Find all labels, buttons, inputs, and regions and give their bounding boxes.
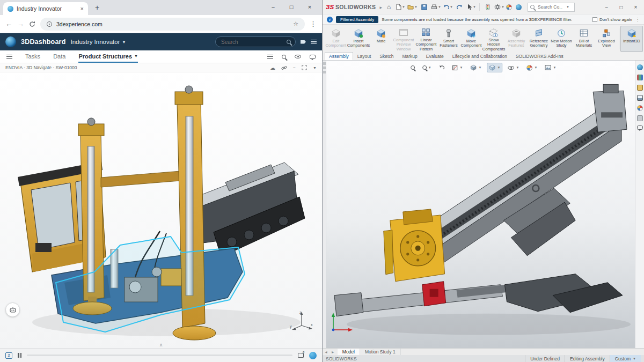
cloud-icon[interactable]: ☁ (270, 65, 275, 71)
view-360-icon[interactable] (295, 55, 301, 58)
sw-3dexperience-icon[interactable] (514, 2, 524, 12)
site-info-icon[interactable] (47, 21, 52, 27)
bill-of-materials-button[interactable]: Bill of Materials (573, 26, 595, 52)
doc-tab-arrows-icon[interactable]: ◄ ► (324, 350, 336, 354)
3ds-compass-logo[interactable] (5, 36, 16, 47)
banner-menu-icon[interactable]: ⋮ (635, 17, 640, 22)
timeline-slider[interactable] (27, 354, 292, 356)
instant3d-button[interactable]: Instant3D (620, 26, 643, 52)
search-icon[interactable] (287, 40, 291, 44)
maximize-icon[interactable]: □ (282, 0, 301, 14)
sw-maximize-icon[interactable]: □ (614, 1, 628, 13)
cm-tab-layout[interactable]: Layout (353, 52, 376, 60)
explode-steps-icon[interactable]: 2 (5, 352, 12, 359)
close-icon[interactable]: × (301, 0, 319, 14)
edit-appearance-icon[interactable]: ▼ (524, 63, 539, 72)
smart-fasteners-button[interactable]: Smart Fasteners (437, 26, 460, 52)
home-icon[interactable]: ⌂ (384, 2, 394, 12)
design-library-icon[interactable] (637, 75, 643, 80)
custom-properties-icon[interactable] (637, 115, 643, 121)
dashboard-search[interactable] (215, 36, 296, 47)
feature-tree-splitter[interactable] (323, 61, 326, 348)
move-component-button[interactable]: Move Component (460, 26, 482, 52)
sw-minimize-icon[interactable]: − (599, 1, 614, 13)
rebuild-icon[interactable] (482, 2, 493, 12)
show-hidden-components-button[interactable]: Show Hidden Components (482, 26, 505, 52)
cm-tab-assembly[interactable]: Assembly (325, 52, 353, 60)
3dplay-icon[interactable] (309, 352, 317, 359)
doc-tab-motion-study[interactable]: Motion Study 1 (360, 349, 401, 355)
tab-tasks[interactable]: Tasks (25, 50, 40, 63)
cm-tab-markup[interactable]: Markup (398, 52, 421, 60)
appearance-icon[interactable] (506, 4, 512, 10)
browser-tab[interactable]: Industry Innovator × (3, 2, 88, 15)
cm-tab-lifecycle[interactable]: Lifecycle and Collaboration (448, 52, 511, 60)
exploded-view-button[interactable]: Exploded View (595, 26, 618, 52)
status-configuration[interactable]: Custom ▼ (610, 355, 641, 362)
insert-components-button[interactable]: Insert Components (347, 26, 370, 52)
filter-list-icon[interactable] (267, 55, 273, 59)
save-icon[interactable] (419, 2, 429, 12)
view-palette-icon[interactable] (637, 95, 643, 101)
tab-close-icon[interactable]: × (80, 5, 84, 12)
cm-tab-addins[interactable]: SOLIDWORKS Add-Ins (511, 52, 568, 60)
dont-show-again[interactable]: Don't show again (592, 17, 632, 22)
back-icon[interactable]: ← (5, 20, 12, 28)
section-view-icon[interactable]: ▼ (450, 63, 465, 72)
maximize-widget-icon[interactable] (302, 65, 307, 70)
3d-viewport[interactable]: z y x ∧ (0, 72, 322, 348)
content-menu-icon[interactable] (6, 55, 12, 59)
collapse-panel-icon[interactable]: ∧ (159, 342, 163, 348)
forum-icon[interactable] (637, 125, 643, 130)
bookmark-star-icon[interactable]: ☆ (293, 20, 298, 27)
new-motion-study-button[interactable]: New Motion Study (550, 26, 573, 52)
mate-button[interactable]: Mate (370, 26, 392, 52)
tab-product-structures[interactable]: Product Structures ▼ (78, 50, 138, 63)
address-field[interactable]: 3dexperience.com ☆ (40, 18, 305, 31)
sw-graphics-area[interactable]: ▼ ▼ ▼ ▼ ▼ ▼ ▼ (323, 61, 644, 348)
cm-tab-evaluate[interactable]: Evaluate (422, 52, 448, 60)
zoom-area-icon[interactable]: ▼ (420, 64, 434, 71)
file-explorer-icon[interactable] (637, 85, 643, 91)
minimize-icon[interactable]: − (264, 0, 282, 14)
redo-icon[interactable] (455, 2, 465, 12)
search-expand-icon[interactable] (282, 55, 286, 59)
select-icon[interactable]: ▼ (466, 2, 477, 12)
sw-search-input[interactable] (537, 4, 564, 10)
new-tab-button[interactable]: + (91, 2, 103, 13)
tag-icon[interactable] (301, 40, 306, 44)
pause-icon[interactable] (18, 353, 21, 358)
display-style-icon[interactable]: ▼ (487, 63, 503, 72)
zoom-fit-icon[interactable] (408, 64, 417, 71)
undo-icon[interactable]: ▼ (443, 2, 453, 12)
options-icon[interactable]: ▼ (494, 2, 504, 12)
chevron-right-icon[interactable]: ▶ (379, 5, 382, 9)
taskpane-3dexperience-icon[interactable] (637, 64, 643, 70)
reload-icon[interactable] (29, 21, 35, 27)
cm-tab-sketch[interactable]: Sketch (375, 52, 398, 60)
scene-icon[interactable]: ▼ (543, 63, 558, 72)
linear-component-pattern-button[interactable]: Linear Component Pattern (415, 26, 437, 52)
print-icon[interactable]: ▼ (431, 2, 441, 12)
sw-search[interactable]: ▼ (528, 3, 575, 12)
assistant-button[interactable] (5, 302, 20, 317)
hide-show-items-icon[interactable]: ▼ (506, 64, 521, 71)
dont-show-checkbox[interactable] (592, 17, 597, 22)
browser-menu-icon[interactable]: ⋮ (310, 20, 317, 28)
open-icon[interactable]: ▼ (407, 2, 418, 12)
sw-close-icon[interactable]: × (628, 1, 643, 13)
collapse-widget-icon[interactable]: ▼ (313, 66, 317, 70)
reference-geometry-button[interactable]: Reference Geometry (528, 26, 550, 52)
view-orientation-icon[interactable]: ▼ (469, 63, 484, 72)
new-doc-icon[interactable]: ▼ (396, 2, 406, 12)
comments-icon[interactable] (310, 55, 316, 59)
previous-view-icon[interactable] (437, 63, 447, 72)
menu-icon[interactable] (311, 40, 317, 44)
appearances-panel-icon[interactable] (637, 105, 643, 111)
tab-data[interactable]: Data (53, 50, 65, 63)
share-icon[interactable] (298, 353, 304, 358)
doc-tab-model[interactable]: Model (338, 349, 360, 355)
minimize-widget-icon[interactable]: − (293, 65, 296, 70)
dashboard-title[interactable]: Industry Innovator ▼ (70, 39, 126, 45)
search-input[interactable] (220, 39, 284, 46)
